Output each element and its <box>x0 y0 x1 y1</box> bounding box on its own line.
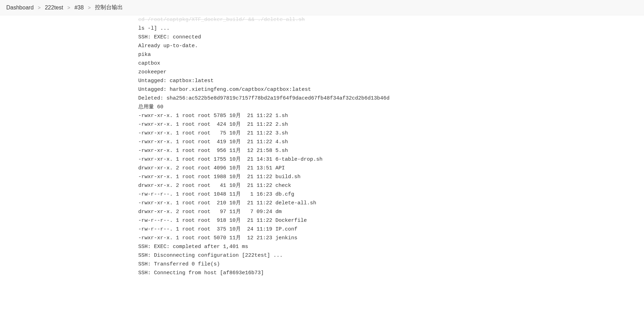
console-line: zookeeper <box>138 68 644 76</box>
console-line: SSH: Disconnecting configuration [222tes… <box>138 251 644 260</box>
console-line: drwxr-xr-x. 2 root root 4096 10月 21 13:5… <box>138 164 644 173</box>
console-output: cd /root/captpkg/XTF_docker_build/ && ./… <box>138 15 644 321</box>
breadcrumb-build[interactable]: #38 <box>74 5 84 11</box>
console-line: SSH: EXEC: connected <box>138 33 644 42</box>
console-line: captbox <box>138 59 644 68</box>
chevron-right-icon: > <box>67 5 70 10</box>
console-line: -rwxr-xr-x. 1 root root 1755 10月 21 14:3… <box>138 155 644 164</box>
console-line: cd /root/captpkg/XTF_docker_build/ && ./… <box>138 15 644 24</box>
console-line: Already up-to-date. <box>138 42 644 50</box>
console-line: Untagged: harbor.xietingfeng.com/captbox… <box>138 85 644 94</box>
console-line: -rwxr-xr-x. 1 root root 424 10月 21 11:22… <box>138 120 644 129</box>
console-line: Untagged: captbox:latest <box>138 76 644 85</box>
console-line: drwxr-xr-x. 2 root root 41 10月 21 11:22 … <box>138 181 644 190</box>
console-line: Deleted: sha256:ac522b5e8d97819c7157f78b… <box>138 94 644 103</box>
console-line: SSH: Connecting from host [af8693e16b73] <box>138 269 644 277</box>
console-line: pika <box>138 50 644 59</box>
console-line: -rwxr-xr-x. 1 root root 1988 10月 21 11:2… <box>138 173 644 181</box>
breadcrumb: Dashboard > 222test > #38 > 控制台输出 <box>0 0 644 15</box>
console-line: drwxr-xr-x. 2 root root 97 11月 7 09:24 d… <box>138 207 644 216</box>
console-line: -rw-r--r--. 1 root root 375 10月 24 11:19… <box>138 225 644 234</box>
console-line: -rwxr-xr-x. 1 root root 5070 11月 12 21:2… <box>138 234 644 242</box>
main-area: cd /root/captpkg/XTF_docker_build/ && ./… <box>0 15 644 321</box>
chevron-right-icon: > <box>88 5 91 10</box>
console-line: -rwxr-xr-x. 1 root root 956 11月 12 21:58… <box>138 146 644 155</box>
console-line: SSH: Transferred 0 file(s) <box>138 260 644 269</box>
console-line: -rwxr-xr-x. 1 root root 75 10月 21 11:22 … <box>138 129 644 138</box>
breadcrumb-console-output[interactable]: 控制台输出 <box>95 4 123 11</box>
console-line: ls -l] ... <box>138 24 644 33</box>
console-line: -rwxr-xr-x. 1 root root 5785 10月 21 11:2… <box>138 111 644 120</box>
console-line: -rwxr-xr-x. 1 root root 419 10月 21 11:22… <box>138 138 644 146</box>
breadcrumb-dashboard[interactable]: Dashboard <box>6 5 34 11</box>
chevron-right-icon: > <box>38 5 40 10</box>
console-line: 总用量 60 <box>138 103 644 111</box>
console-line: -rw-r--r--. 1 root root 918 10月 21 11:22… <box>138 216 644 225</box>
console-line: -rwxr-xr-x. 1 root root 210 10月 21 11:22… <box>138 199 644 207</box>
breadcrumb-project[interactable]: 222test <box>45 5 63 11</box>
console-line: SSH: EXEC: completed after 1,401 ms <box>138 242 644 251</box>
console-line: -rw-r--r--. 1 root root 1048 11月 1 16:23… <box>138 190 644 199</box>
sidebar-gutter <box>0 15 138 321</box>
